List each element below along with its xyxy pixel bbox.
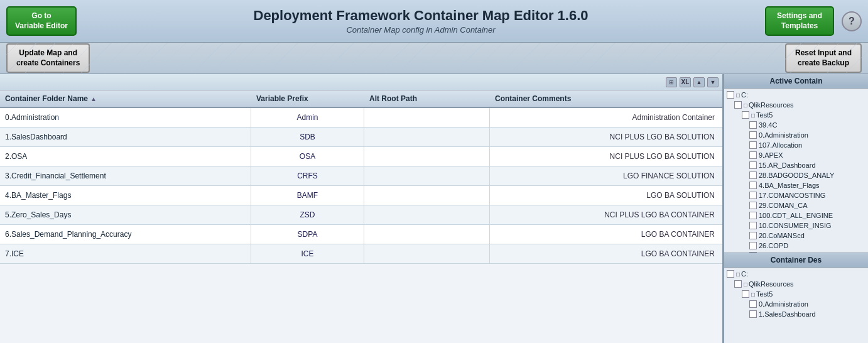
tree-checkbox[interactable] xyxy=(749,300,757,308)
col-header-altroot[interactable]: Alt Root Path xyxy=(364,90,490,107)
grid-icon[interactable]: ⊞ xyxy=(666,77,677,87)
tree-checkbox[interactable] xyxy=(727,270,734,278)
table-row[interactable]: 2.OSA OSA NCI PLUS LGO BA SOLUTION xyxy=(0,147,722,166)
cell-comment: LGO BA CONTAINER xyxy=(490,225,722,244)
tree-item[interactable]: 28.BADGOODS_ANALY xyxy=(724,170,868,180)
cell-comment: LGO FINANCE SOLUTION xyxy=(490,166,722,185)
tree-checkbox[interactable] xyxy=(749,182,757,189)
tree-label: C: xyxy=(741,270,748,278)
tree-item[interactable]: 0.Administration xyxy=(724,299,868,309)
tree-item[interactable]: 29.COMAN_CA xyxy=(724,200,868,210)
tree-checkbox[interactable] xyxy=(749,161,757,169)
update-map-button[interactable]: Update Map and create Containers xyxy=(6,43,90,73)
tree-checkbox[interactable] xyxy=(749,310,757,318)
col-header-prefix[interactable]: Variable Prefix xyxy=(251,90,364,107)
tree-label: 29.COMAN_CA xyxy=(759,202,808,209)
cell-folder: 2.OSA xyxy=(0,147,251,166)
tree-label: 0.Administration xyxy=(759,300,808,308)
tree-checkbox[interactable] xyxy=(727,91,734,99)
tree-checkbox[interactable] xyxy=(749,131,757,139)
excel-icon[interactable]: XL xyxy=(680,77,691,87)
cell-altroot xyxy=(364,128,490,146)
tree-label: QlikResources xyxy=(749,101,794,109)
tree-label: QlikResources xyxy=(749,280,794,288)
tree-item[interactable]: □C: xyxy=(724,90,868,100)
cell-comment: LGO BA SOLUTION xyxy=(490,186,722,205)
tree-checkbox[interactable] xyxy=(749,222,757,229)
tree-item[interactable]: 10.CONSUMER_INSIG xyxy=(724,220,868,231)
tree-item[interactable]: 1.SalesDashboard xyxy=(724,309,868,319)
header-right: Settings and Templates ? xyxy=(765,6,862,36)
tree-item[interactable]: 20.CoMANScd xyxy=(724,231,868,241)
cell-folder: 4.BA_Master_Flags xyxy=(0,186,251,205)
tree-checkbox[interactable] xyxy=(734,280,742,288)
tree-item[interactable]: □Test5 xyxy=(724,110,868,120)
tree-checkbox[interactable] xyxy=(749,212,757,219)
tree-checkbox[interactable] xyxy=(749,172,757,179)
tree-item[interactable]: 107.Allocation xyxy=(724,140,868,150)
cell-comment: Administration Container xyxy=(490,108,722,127)
table-row[interactable]: 6.Sales_Demand_Planning_Accuracy SDPA LG… xyxy=(0,225,722,244)
cell-prefix: CRFS xyxy=(251,166,364,185)
tree-item[interactable]: 4.BA_Master_Flags xyxy=(724,180,868,190)
tree-item[interactable]: □Test5 xyxy=(724,289,868,299)
table-row[interactable]: 5.Zero_Sales_Days ZSD NCI PLUS LGO BA CO… xyxy=(0,205,722,225)
cell-folder: 1.SalesDashboard xyxy=(0,128,251,146)
cell-prefix: OSA xyxy=(251,147,364,166)
table-row[interactable]: 7.ICE ICE LGO BA CONTAINER xyxy=(0,244,722,264)
table-body: 0.Administration Admin Administration Co… xyxy=(0,108,722,343)
container-desc-header: Container Des xyxy=(724,253,868,268)
tree-checkbox[interactable] xyxy=(734,101,742,109)
table-row[interactable]: 1.SalesDashboard SDB NCI PLUS LGO BA SOL… xyxy=(0,128,722,147)
sort-up-icon[interactable]: ▲ xyxy=(693,77,705,87)
expand-icon: □ xyxy=(744,281,747,288)
tree-item[interactable]: 15.AR_Dashboard xyxy=(724,160,868,170)
tree-label: C: xyxy=(741,91,748,99)
go-to-variable-editor-button[interactable]: Go to Variable Editor xyxy=(6,6,77,36)
tree-label: 20.CoMANScd xyxy=(759,232,805,239)
tree-item[interactable]: 9.APEX xyxy=(724,150,868,160)
tree-item[interactable]: 17.COMANCOSTING xyxy=(724,190,868,200)
tree-item[interactable]: □C: xyxy=(724,269,868,279)
table-row[interactable]: 3.Credit_Financial_Settlement CRFS LGO F… xyxy=(0,166,722,186)
tree-item[interactable]: 100.CDT_ALL_ENGINE xyxy=(724,210,868,220)
table-row[interactable]: 0.Administration Admin Administration Co… xyxy=(0,108,722,128)
cell-comment: NCI PLUS LGO BA SOLUTION xyxy=(490,147,722,166)
cell-altroot xyxy=(364,147,490,166)
tree-checkbox[interactable] xyxy=(742,111,749,119)
tree-checkbox[interactable] xyxy=(749,242,757,249)
cell-folder: 5.Zero_Sales_Days xyxy=(0,205,251,224)
tree-label: 10.CONSUMER_INSIG xyxy=(759,222,832,229)
cell-prefix: ICE xyxy=(251,244,364,263)
cell-prefix: ZSD xyxy=(251,205,364,224)
tree-item[interactable]: □QlikResources xyxy=(724,279,868,289)
cell-comment: NCI PLUS LGO BA CONTAINER xyxy=(490,205,722,224)
table-header: Container Folder Name ▲ Variable Prefix … xyxy=(0,90,722,108)
help-button[interactable]: ? xyxy=(842,11,862,31)
tree-checkbox[interactable] xyxy=(749,121,757,129)
tree-checkbox[interactable] xyxy=(749,151,757,159)
expand-icon: □ xyxy=(751,112,755,119)
tree-item[interactable]: □QlikResources xyxy=(724,100,868,110)
tree-label: 26.COPD xyxy=(759,242,788,249)
tree-checkbox[interactable] xyxy=(749,141,757,149)
tree-checkbox[interactable] xyxy=(742,290,749,298)
tree-label: 17.COMANCOSTING xyxy=(759,192,825,199)
sort-down-icon[interactable]: ▼ xyxy=(707,77,719,87)
cell-altroot xyxy=(364,205,490,224)
tree-checkbox[interactable] xyxy=(749,232,757,239)
tree-item[interactable]: 39.4C xyxy=(724,120,868,130)
tree-item[interactable]: 0.Administration xyxy=(724,130,868,140)
tree-item[interactable]: 26.COPD xyxy=(724,241,868,251)
cell-prefix: Admin xyxy=(251,108,364,127)
col-header-comments[interactable]: Container Comments xyxy=(490,90,722,107)
expand-icon: □ xyxy=(744,102,747,109)
table-row[interactable]: 4.BA_Master_Flags BAMF LGO BA SOLUTION xyxy=(0,186,722,205)
tree-checkbox[interactable] xyxy=(749,202,757,209)
reset-input-button[interactable]: Reset Input and create Backup xyxy=(785,43,862,73)
cell-folder: 3.Credit_Financial_Settlement xyxy=(0,166,251,185)
col-header-folder[interactable]: Container Folder Name ▲ xyxy=(0,90,251,107)
tree-checkbox[interactable] xyxy=(749,192,757,199)
tree-label: 15.AR_Dashboard xyxy=(759,161,816,169)
settings-templates-button[interactable]: Settings and Templates xyxy=(765,6,834,36)
